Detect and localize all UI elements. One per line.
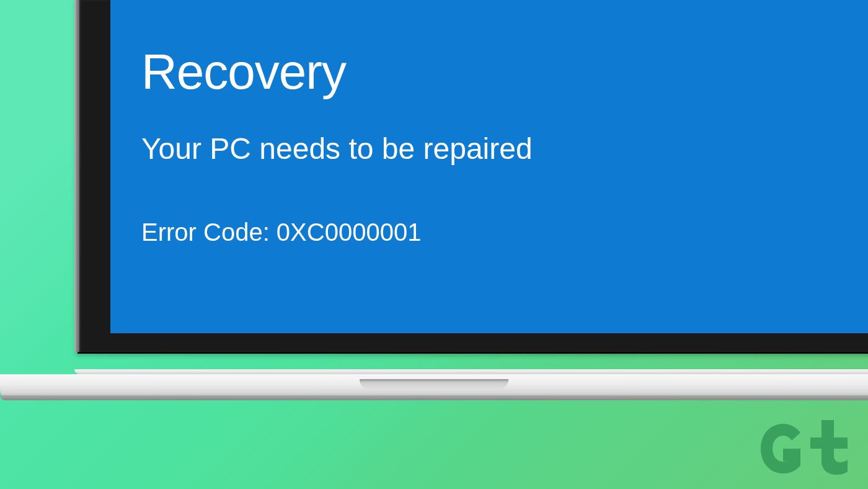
recovery-screen: Recovery Your PC needs to be repaired Er…: [110, 0, 868, 333]
recovery-subtitle: Your PC needs to be repaired: [141, 132, 868, 166]
laptop-base-edge: [74, 369, 868, 374]
recovery-title: Recovery: [141, 43, 868, 101]
laptop-notch: [360, 379, 508, 389]
error-code-text: Error Code: 0XC0000001: [141, 218, 868, 246]
laptop-bezel: Recovery Your PC needs to be repaired Er…: [78, 0, 868, 354]
laptop-container: Recovery Your PC needs to be repaired Er…: [78, 0, 868, 354]
brand-logo: [753, 419, 849, 478]
laptop-base: [0, 369, 868, 405]
laptop-base-body: [0, 374, 868, 400]
